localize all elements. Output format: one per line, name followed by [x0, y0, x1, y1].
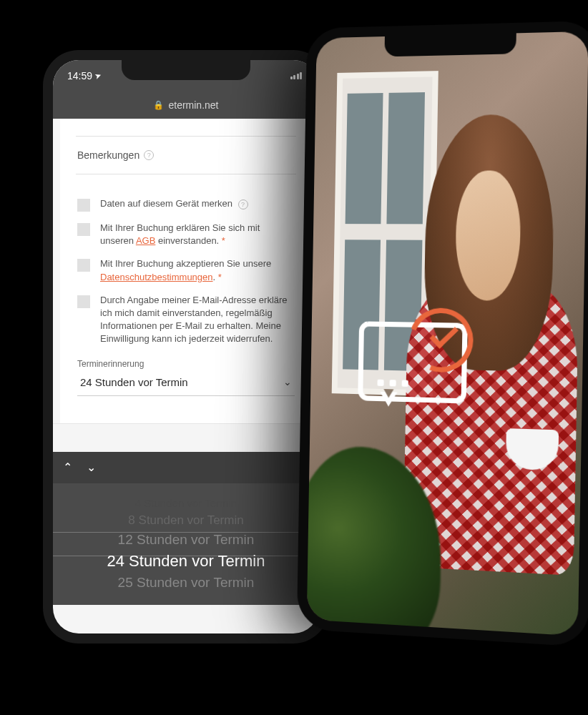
browser-url-bar[interactable]: 🔒 etermin.net	[53, 92, 319, 119]
help-icon[interactable]: ?	[144, 150, 154, 160]
phone-notch	[384, 33, 516, 56]
form-footer-gap	[53, 423, 319, 452]
checkbox-agb[interactable]: Mit Ihrer Buchung erklären Sie sich mit …	[77, 222, 295, 247]
picker-down-icon[interactable]: ⌄	[87, 460, 96, 474]
checkbox-icon[interactable]	[77, 259, 90, 272]
picker-up-icon[interactable]: ⌃	[63, 460, 72, 474]
agb-link[interactable]: AGB	[136, 235, 155, 246]
privacy-link[interactable]: Datenschutzbestimmungen	[100, 272, 213, 282]
phone-screen: 14:59 ➤ 🔒 etermin.net Bemerkungen ?	[53, 60, 319, 633]
checkbox-newsletter[interactable]: Durch Angabe meiner E-Mail-Adresse erklä…	[77, 294, 295, 346]
remarks-label: Bemerkungen ?	[77, 149, 295, 161]
checkbox-icon[interactable]	[77, 199, 90, 212]
status-time: 14:59	[67, 70, 92, 82]
chevron-down-icon: ⌄	[283, 376, 292, 388]
picker-option-selected[interactable]: 24 Stunden vor Termin	[107, 550, 265, 573]
picker-wheel[interactable]: 4 Stunden vor Termin 8 Stunden vor Termi…	[53, 483, 319, 605]
location-icon: ➤	[94, 70, 103, 81]
booking-form: Bemerkungen ? Daten auf diesem Gerät mer…	[60, 119, 312, 423]
required-marker: *	[218, 272, 222, 282]
signal-icon	[290, 72, 303, 79]
reminder-select[interactable]: 24 Stunden vor Termin ⌄	[77, 369, 295, 396]
checkbox-icon[interactable]	[77, 223, 90, 236]
phone-mockup-photo	[297, 21, 588, 647]
consent-checkboxes: Daten auf diesem Gerät merken ? Mit Ihre…	[77, 174, 295, 409]
hero-photo	[307, 31, 588, 636]
checkbox-privacy[interactable]: Mit Ihrer Buchung akzeptieren Sie unsere…	[77, 257, 295, 283]
url-text: etermin.net	[168, 99, 218, 111]
chat-check-logo	[358, 307, 483, 418]
reminder-label: Terminerinnerung	[77, 359, 295, 369]
required-marker: *	[222, 235, 225, 246]
picker-option[interactable]: 4 Stunden vor Termin	[135, 495, 237, 511]
picker-option[interactable]: 12 Stunden vor Termin	[118, 530, 255, 550]
phone-mockup-form: 14:59 ➤ 🔒 etermin.net Bemerkungen ?	[43, 50, 329, 644]
phone-notch	[122, 60, 250, 80]
picker-option[interactable]: 8 Stunden vor Termin	[128, 511, 243, 530]
picker-option[interactable]: 25 Stunden vor Termin	[118, 573, 255, 593]
lock-icon: 🔒	[153, 100, 164, 110]
checkbox-remember-device[interactable]: Daten auf diesem Gerät merken ?	[77, 197, 295, 212]
reminder-selected-value: 24 Stunden vor Termin	[80, 376, 188, 388]
checkbox-icon[interactable]	[77, 295, 90, 308]
picker-toolbar: ⌃ ⌄	[53, 452, 319, 483]
phone-screen-photo	[307, 31, 588, 636]
help-icon[interactable]: ?	[238, 199, 248, 209]
